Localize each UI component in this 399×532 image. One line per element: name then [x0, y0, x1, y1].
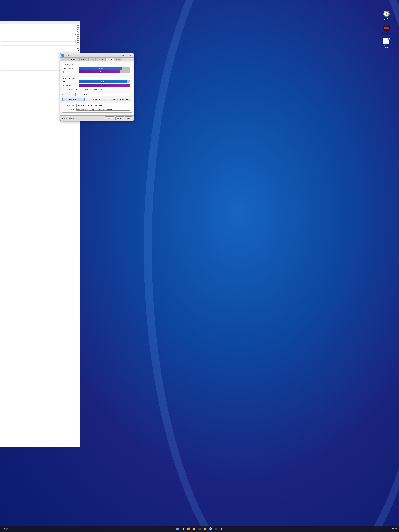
cpuz-bench-content: CPU Single Thread This Processor 570.4 [60, 61, 133, 115]
bg-window-titlebar: — □ × [0, 21, 80, 24]
taskbar-video[interactable]: 🎥 [197, 526, 202, 531]
tab-graphics[interactable]: Graphics [96, 58, 106, 61]
taskbar-chrome[interactable] [208, 526, 213, 531]
single-thread-section: CPU Single Thread This Processor 570.4 [62, 63, 132, 75]
ratio-label: Multi Thread Ratio [85, 89, 97, 90]
beamng-label: BeamNG.dr... [382, 32, 391, 34]
svg-rect-14 [177, 529, 178, 530]
taskbar-files[interactable]: 📁 [191, 526, 196, 531]
tab-bench[interactable]: Bench [106, 58, 114, 61]
tab-spd[interactable]: SPD [89, 58, 95, 61]
taskbar-lightning[interactable]: ⚡ [219, 526, 224, 531]
taskbar-fruit-app[interactable]: 🍊 [186, 526, 191, 531]
tab-mainboard[interactable]: Mainboard [68, 58, 79, 61]
multi-reference-checkbox[interactable] [63, 85, 65, 86]
bg-row: 9 °F) [1, 29, 79, 31]
reference-info-value: Intel(R) Core(TM) i9-9900KF CPU @ 3.60GH… [76, 108, 130, 111]
edge-file-container: ↗ [383, 38, 390, 44]
reference-info-label: Reference [63, 108, 75, 110]
tray-language: ENG [391, 528, 394, 530]
tray-chevron[interactable]: ∧ [2, 528, 3, 530]
svg-rect-13 [176, 529, 177, 530]
threads-select[interactable]: 16 [75, 88, 81, 91]
cpuz-tab-bar: CPU Mainboard Memory SPD Graphics Bench … [60, 57, 133, 61]
tab-about[interactable]: About [114, 58, 122, 61]
cpuz-window: C CPU-Z — □ ✕ CPU Mainboard Memory SPD G… [60, 53, 134, 121]
bg-row: 23 °F) [1, 39, 79, 42]
svg-point-15 [182, 528, 184, 529]
single-reference-label: Reference [63, 71, 78, 73]
edge-label: MicrosoftEdge [383, 45, 389, 48]
beamng-svg [384, 25, 389, 31]
tab-memory[interactable]: Memory [79, 58, 89, 61]
taskbar-search[interactable] [180, 526, 185, 531]
single-this-processor-bar-fill: 570.4 [79, 67, 123, 70]
single-reference-bar: 543 [79, 70, 130, 73]
this-processor-info-label: This Processor [63, 105, 75, 106]
beamng-icon[interactable]: BeamNG.dr... [382, 25, 391, 34]
file-explorer-icon: 📁 [192, 527, 195, 530]
bg-row [1, 44, 79, 45]
multi-reference-bar: 5423 [79, 84, 130, 87]
multi-reference-row: Reference 5423 [63, 84, 130, 87]
taskbar-start[interactable] [175, 526, 180, 531]
single-reference-checkbox[interactable] [63, 71, 65, 73]
bg-row: MHz [1, 48, 79, 50]
benchmark-select[interactable]: Version 17.01.64 [76, 93, 131, 96]
cpuz-footer: CPU-Z Ver. 2.08.0.x64 Tools ▼ Validate C… [60, 115, 133, 120]
footer-version: Ver. 2.08.0.x64 [68, 117, 104, 119]
taskbar-right: ENG 31. [391, 528, 397, 530]
tools-button[interactable]: Tools [105, 116, 112, 120]
folder-icon: 📂 [204, 527, 207, 530]
stress-cpu-button[interactable]: Stress CPU [86, 98, 108, 101]
google-chrome-icon[interactable]: Google Chrome [382, 11, 391, 21]
svg-line-16 [183, 529, 184, 530]
tray-volume-icon: 🔊 [6, 528, 8, 530]
minimize-button[interactable]: — [122, 54, 125, 57]
svg-point-3 [385, 13, 387, 15]
tab-cpu[interactable]: CPU [61, 58, 68, 61]
microsoft-edge-icon[interactable]: ↗ MicrosoftEdge [382, 38, 391, 48]
this-processor-info-value: Genuine Intel® CPU 0000 @ 2.10GHz [76, 104, 130, 107]
video-icon: 🎥 [198, 527, 201, 530]
taskbar-cpu-tool[interactable]: ⬛ [214, 526, 219, 531]
bg-window-controls: — □ × [1, 22, 5, 24]
close-cpuz-button[interactable]: Close [125, 116, 132, 120]
cpuz-app-icon: C [62, 54, 64, 57]
multi-this-processor-label: This Processor [63, 81, 78, 83]
tools-dropdown-arrow[interactable]: ▼ [112, 116, 114, 120]
fruit-icon: 🍊 [187, 527, 190, 530]
multi-this-processor-row: This Processor 5115.4 [63, 81, 130, 83]
single-reference-row: Reference 543 [63, 70, 130, 73]
threads-checkbox[interactable] [64, 89, 66, 90]
reference-dropdown-arrow[interactable]: ▼ [128, 108, 130, 110]
validate-button[interactable]: Validate [115, 116, 124, 120]
search-icon [181, 527, 184, 530]
lightning-icon: ⚡ [220, 527, 223, 530]
bg-row: °F) [1, 25, 79, 27]
cpuz-titlebar: C CPU-Z — □ ✕ [60, 53, 133, 57]
chrome-label: Google Chrome [382, 18, 391, 21]
taskbar-folder[interactable]: 📂 [203, 526, 208, 531]
svg-rect-12 [177, 528, 178, 529]
window-controls: — □ ✕ [122, 54, 132, 57]
taskbar-chrome-icon [209, 527, 212, 530]
desktop: — □ × °F) 2 °F) 9 °F) 1 °F) 23 °F) 23 °F… [0, 0, 399, 532]
chrome-svg-icon [383, 11, 390, 17]
bench-cpu-button[interactable]: Bench CPU [62, 98, 85, 101]
taskbar-left: ∧ 🖥 🔊 [2, 528, 8, 530]
taskbar: ∧ 🖥 🔊 🍊 [0, 526, 399, 532]
action-buttons-row: Bench CPU Stress CPU Submit and Compare [62, 98, 132, 101]
maximize-button[interactable]: □ [126, 54, 128, 57]
cpuz-title-area: C CPU-Z [62, 54, 70, 57]
multi-reference-bar-fill: 5423 [79, 84, 130, 87]
benchmark-version-row: Benchmark Version 17.01.64 [62, 93, 132, 96]
close-button[interactable]: ✕ [129, 54, 132, 57]
single-thread-title: CPU Single Thread [63, 64, 130, 66]
bg-row: 25 °F) [1, 42, 79, 44]
submit-compare-button[interactable]: Submit and Compare [109, 98, 131, 101]
bg-row: 1 °F) [1, 31, 79, 33]
footer-brand: CPU-Z [62, 117, 67, 119]
bg-row: 20 °F) [1, 37, 79, 39]
single-this-processor-label: This Processor [63, 67, 78, 69]
